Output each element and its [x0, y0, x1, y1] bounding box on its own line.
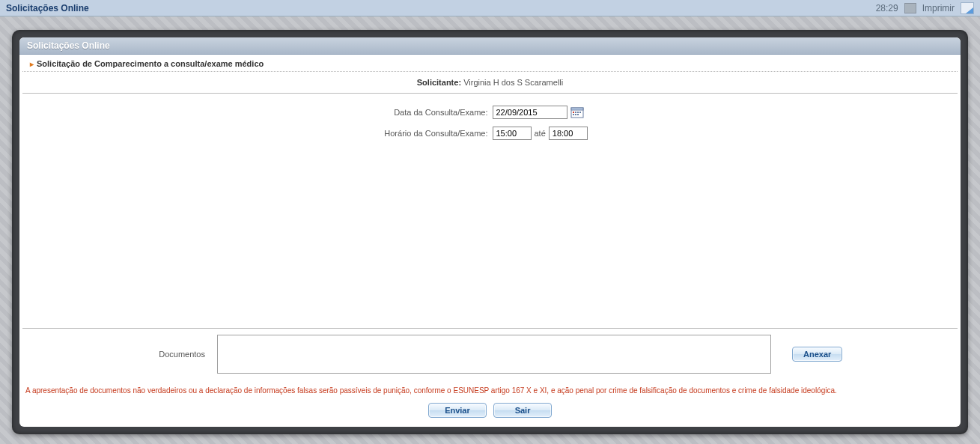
section-title: Solicitação de Comparecimento a consulta…: [37, 59, 264, 68]
calendar-icon[interactable]: [570, 106, 584, 118]
svg-rect-6: [573, 114, 574, 115]
svg-rect-4: [577, 112, 579, 113]
attach-button[interactable]: Anexar: [792, 347, 842, 362]
svg-rect-1: [571, 108, 583, 110]
modal-title-bar: Solicitações Online: [19, 37, 961, 55]
section-arrow-icon: ▸: [30, 60, 34, 68]
svg-rect-2: [573, 112, 574, 113]
modal-title-text: Solicitações Online: [27, 40, 110, 51]
documents-label: Documentos: [22, 350, 210, 359]
background-title: Solicitações Online: [6, 3, 89, 13]
background-window-header: Solicitações Online 28:29 Imprimir: [0, 0, 980, 16]
section-header: ▸ Solicitação de Comparecimento a consul…: [22, 55, 958, 72]
footer-buttons: Enviar Sair: [22, 400, 958, 427]
flex-spacer: [22, 153, 958, 328]
date-input[interactable]: [493, 106, 567, 119]
modal-overlay: Solicitações Online ▸ Solicitação de Com…: [12, 30, 968, 434]
date-label: Data da Consulta/Exame:: [204, 108, 488, 117]
documents-textarea[interactable]: [217, 335, 771, 374]
warning-text: A apresentação de documentos não verdade…: [22, 378, 958, 401]
time-from-input[interactable]: [493, 127, 532, 140]
svg-rect-8: [577, 114, 579, 115]
time-to-input[interactable]: [549, 127, 588, 140]
svg-rect-7: [575, 114, 576, 115]
printer-icon: [904, 3, 916, 13]
svg-rect-5: [579, 112, 581, 113]
expand-icon[interactable]: [961, 2, 974, 14]
time-row: Horário da Consulta/Exame: até: [22, 127, 958, 140]
modal-panel: Solicitações Online ▸ Solicitação de Com…: [19, 37, 961, 427]
time-label: Horário da Consulta/Exame:: [204, 129, 488, 138]
svg-rect-3: [575, 112, 576, 113]
print-label[interactable]: Imprimir: [922, 3, 955, 13]
exit-button[interactable]: Sair: [493, 403, 552, 418]
session-time: 28:29: [876, 3, 898, 13]
documents-row: Documentos Anexar: [22, 335, 958, 374]
time-separator: até: [535, 129, 546, 138]
send-button[interactable]: Enviar: [428, 403, 487, 418]
solicitante-row: Solicitante: Virginia H dos S Scaramelli: [22, 72, 958, 94]
solicitante-label: Solicitante:: [417, 78, 461, 87]
solicitante-name: Virginia H dos S Scaramelli: [463, 78, 563, 87]
date-row: Data da Consulta/Exame:: [22, 106, 958, 119]
